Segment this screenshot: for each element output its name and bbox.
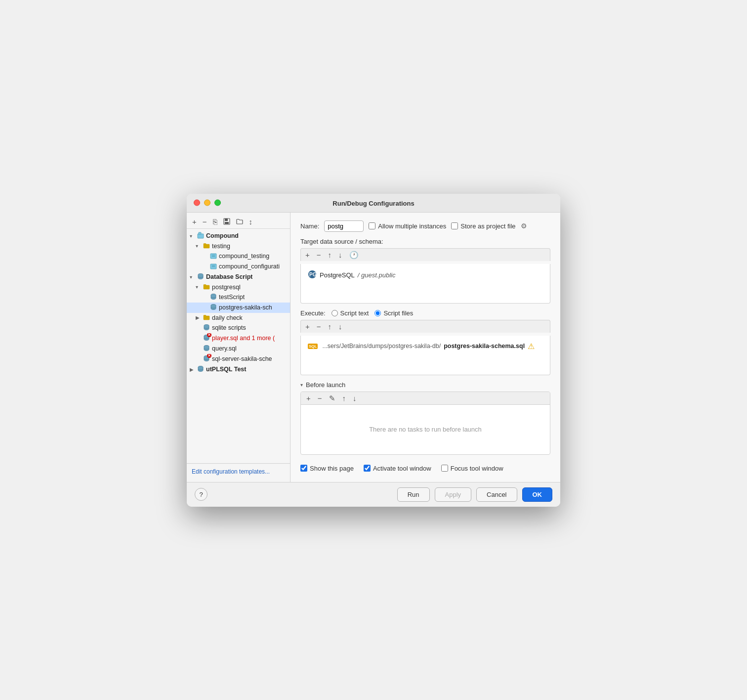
cancel-button[interactable]: Cancel <box>476 487 517 502</box>
files-area: SQL ...sers/JetBrains/dumps/postgres-sak… <box>300 336 550 375</box>
before-launch-header: ▾ Before launch <box>300 381 550 389</box>
close-button[interactable] <box>194 200 200 206</box>
postgresql-icon: PG <box>308 270 317 281</box>
datasource-remove-btn[interactable]: − <box>315 251 323 259</box>
query-sql-label: query.sql <box>212 345 237 352</box>
testing-label: testing <box>212 243 230 250</box>
show-this-page-label[interactable]: Show this page <box>300 465 354 472</box>
left-panel: + − ⎘ ↕ <box>187 213 290 482</box>
tree-item-compound-configurati[interactable]: compound_configurati <box>187 262 290 272</box>
run-button[interactable]: Run <box>397 487 430 502</box>
before-launch-label: Before launch <box>306 381 345 389</box>
help-button[interactable]: ? <box>195 488 208 501</box>
file-path-row: SQL ...sers/JetBrains/dumps/postgres-sak… <box>305 340 546 353</box>
datasource-down-btn[interactable]: ↓ <box>337 251 344 259</box>
compound-label: Compound <box>206 232 239 239</box>
maximize-button[interactable] <box>214 200 221 206</box>
before-launch-empty: There are no tasks to run before launch <box>301 405 550 454</box>
svg-rect-4 <box>199 232 201 234</box>
traffic-lights <box>194 200 221 206</box>
edit-templates-link[interactable]: Edit configuration templates... <box>192 468 270 475</box>
tree-item-postgres-sakila[interactable]: postgres-sakila-sch <box>187 303 290 313</box>
script-files-option[interactable]: Script files <box>374 309 413 317</box>
bottom-bar: ? Run Apply Cancel OK <box>187 482 560 507</box>
files-add-btn[interactable]: + <box>304 322 311 331</box>
datasource-add-btn[interactable]: + <box>304 251 311 259</box>
datasource-row: PG PostgreSQL / guest.public <box>305 268 546 283</box>
remove-config-button[interactable]: − <box>201 218 208 226</box>
allow-multiple-instances-checkbox[interactable] <box>369 222 375 229</box>
store-as-project-file-checkbox[interactable] <box>451 222 458 229</box>
compound-arrow: ▾ <box>190 233 196 239</box>
name-label: Name: <box>300 222 319 230</box>
datasource-name: PostgreSQL <box>320 271 355 279</box>
allow-multiple-instances-label[interactable]: Allow multiple instances <box>369 222 446 230</box>
compound-config-icon <box>210 262 217 271</box>
save-config-button[interactable] <box>222 218 232 226</box>
query-sql-icon <box>203 345 210 353</box>
add-config-button[interactable]: + <box>191 218 198 226</box>
copy-config-button[interactable]: ⎘ <box>211 218 219 226</box>
datasource-up-btn[interactable]: ↑ <box>327 251 333 259</box>
files-remove-btn[interactable]: − <box>315 322 323 331</box>
tree-item-daily-check[interactable]: ▶ daily check <box>187 313 290 323</box>
sort-config-button[interactable]: ↕ <box>248 218 254 226</box>
script-files-label: Script files <box>383 309 413 317</box>
right-panel: Name: Allow multiple instances Store as … <box>290 213 560 482</box>
files-down-btn[interactable]: ↓ <box>337 322 344 331</box>
tree-item-sqlite-scripts[interactable]: sqlite scripts <box>187 323 290 333</box>
svg-rect-1 <box>225 219 228 221</box>
left-footer: Edit configuration templates... <box>187 463 290 479</box>
tree-item-compound-testing[interactable]: compound_testing <box>187 251 290 262</box>
datasource-schema: / guest.public <box>358 271 396 279</box>
gear-icon[interactable]: ⚙ <box>521 222 527 230</box>
warning-icon: ⚠ <box>528 342 535 351</box>
run-debug-dialog: Run/Debug Configurations + − ⎘ <box>187 194 560 507</box>
compound-config-label: compound_configurati <box>219 263 280 270</box>
execute-row: Execute: Script text Script files <box>300 309 550 317</box>
before-launch-add-btn[interactable]: + <box>305 394 312 402</box>
name-input[interactable] <box>324 220 364 232</box>
execute-label: Execute: <box>300 309 326 317</box>
focus-tool-window-checkbox[interactable] <box>441 465 448 472</box>
minimize-button[interactable] <box>204 200 210 206</box>
tree-item-testing[interactable]: ▾ testing <box>187 241 290 251</box>
datasource-clock-btn[interactable]: 🕐 <box>348 251 360 259</box>
target-datasource-section: Target data source / schema: + − ↑ ↓ 🕐 P… <box>300 238 550 304</box>
tree-item-testscript[interactable]: testScript <box>187 292 290 303</box>
tree-item-utplsql[interactable]: ▶ utPLSQL Test <box>187 364 290 375</box>
script-text-label: Script text <box>340 309 369 317</box>
activate-tool-window-checkbox[interactable] <box>364 465 371 472</box>
tree-item-database-script[interactable]: ▾ Database Script <box>187 272 290 282</box>
script-files-radio[interactable] <box>374 310 381 316</box>
file-path-prefix: ...sers/JetBrains/dumps/postgres-sakila-… <box>322 343 441 350</box>
daily-check-icon <box>203 314 210 322</box>
script-text-radio[interactable] <box>332 310 338 316</box>
focus-tool-window-label[interactable]: Focus tool window <box>441 465 503 472</box>
ok-button[interactable]: OK <box>522 487 553 502</box>
before-launch-remove-btn[interactable]: − <box>316 394 324 402</box>
show-this-page-checkbox[interactable] <box>300 465 307 472</box>
store-as-project-file-label[interactable]: Store as project file <box>451 222 515 230</box>
before-launch-up-btn[interactable]: ↑ <box>341 394 348 402</box>
datasource-toolbar: + − ↑ ↓ 🕐 <box>300 248 550 261</box>
tree-item-compound[interactable]: ▾ Compound <box>187 231 290 241</box>
folder-config-button[interactable] <box>235 218 245 226</box>
help-btn-area: ? <box>195 488 392 501</box>
tree-item-sql-server-sakila[interactable]: ✕ sql-server-sakila-sche <box>187 354 290 364</box>
utplsql-label: utPLSQL Test <box>206 366 247 373</box>
postgresql-folder-icon <box>203 283 210 291</box>
activate-tool-window-label[interactable]: Activate tool window <box>364 465 431 472</box>
script-text-option[interactable]: Script text <box>332 309 369 317</box>
left-toolbar: + − ⎘ ↕ <box>187 216 290 229</box>
datasource-area: PG PostgreSQL / guest.public <box>300 264 550 304</box>
postgres-sakila-icon <box>210 304 217 312</box>
dialog-content: + − ⎘ ↕ <box>187 213 560 482</box>
before-launch-edit-btn[interactable]: ✎ <box>328 394 337 402</box>
apply-button[interactable]: Apply <box>435 487 472 502</box>
files-up-btn[interactable]: ↑ <box>327 322 333 331</box>
tree-item-postgresql[interactable]: ▾ postgresql <box>187 282 290 292</box>
tree-item-query-sql[interactable]: query.sql <box>187 344 290 354</box>
before-launch-down-btn[interactable]: ↓ <box>351 394 358 402</box>
tree-item-player-sql[interactable]: ✕ player.sql and 1 more ( <box>187 333 290 344</box>
